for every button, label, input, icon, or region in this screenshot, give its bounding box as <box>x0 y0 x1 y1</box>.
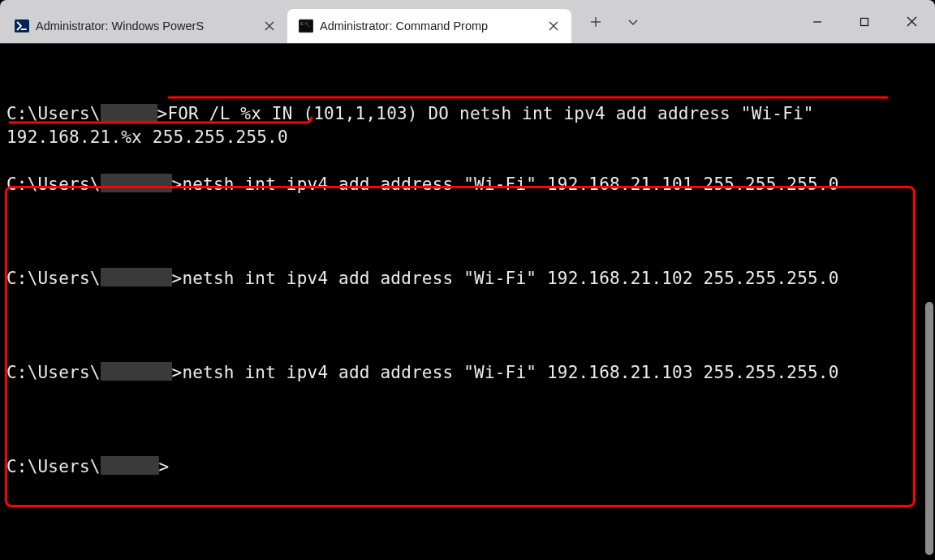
svg-rect-11 <box>861 18 868 25</box>
close-icon <box>265 21 274 31</box>
redacted-username <box>101 362 172 381</box>
terminal-content[interactable]: C:\Users\>FOR /L %x IN (101,1,103) DO ne… <box>0 44 935 560</box>
command-text-line2: 192.168.21.%x 255.255.255.0 <box>6 127 288 147</box>
scrollbar-track[interactable] <box>924 44 935 560</box>
minimize-icon <box>812 17 822 27</box>
redacted-username <box>101 268 172 286</box>
close-icon <box>907 16 917 27</box>
output-line: netsh int ipv4 add address "Wi-Fi" 192.1… <box>182 363 838 382</box>
terminal-window: Administrator: Windows PowerS C:\_ Admin… <box>0 0 935 560</box>
close-icon <box>549 21 558 31</box>
prompt-prefix: C:\Users\ <box>6 269 101 288</box>
tab-close-button[interactable] <box>544 16 563 36</box>
prompt-suffix: > <box>159 457 170 476</box>
prompt-prefix: C:\Users\ <box>6 457 101 476</box>
terminal-viewport[interactable]: C:\Users\>FOR /L %x IN (101,1,103) DO ne… <box>0 44 935 560</box>
tab-cmd[interactable]: C:\_ Administrator: Command Promp <box>287 9 571 43</box>
svg-rect-0 <box>15 19 29 32</box>
prompt-prefix: C:\Users\ <box>6 104 101 123</box>
tab-title: Administrator: Windows PowerS <box>36 19 253 32</box>
maximize-icon <box>860 17 869 27</box>
tab-title: Administrator: Command Promp <box>320 19 537 32</box>
tab-powershell[interactable]: Administrator: Windows PowerS <box>3 9 287 43</box>
output-line: netsh int ipv4 add address "Wi-Fi" 192.1… <box>182 174 838 194</box>
tab-strip: Administrator: Windows PowerS C:\_ Admin… <box>0 0 571 43</box>
command-text-line1: FOR /L %x IN (101,1,103) DO netsh int ip… <box>167 104 813 123</box>
prompt-suffix: > <box>157 104 168 123</box>
maximize-button[interactable] <box>841 0 888 43</box>
tab-dropdown-button[interactable] <box>615 6 651 38</box>
scrollbar-thumb[interactable] <box>925 302 933 555</box>
titlebar[interactable]: Administrator: Windows PowerS C:\_ Admin… <box>0 0 935 44</box>
window-controls <box>794 0 935 43</box>
redacted-username <box>101 104 157 122</box>
redacted-username <box>101 174 172 192</box>
new-tab-button[interactable] <box>578 6 614 38</box>
titlebar-drag-region[interactable] <box>651 0 794 43</box>
redacted-username <box>101 456 159 475</box>
close-window-button[interactable] <box>888 0 935 43</box>
tab-close-button[interactable] <box>260 16 279 36</box>
minimize-button[interactable] <box>794 0 841 43</box>
powershell-icon <box>15 19 29 33</box>
input-command-block: C:\Users\>FOR /L %x IN (101,1,103) DO ne… <box>6 55 929 149</box>
output-line: netsh int ipv4 add address "Wi-Fi" 192.1… <box>182 269 838 288</box>
prompt-prefix: C:\Users\ <box>6 174 101 194</box>
prompt-suffix: > <box>172 269 183 288</box>
tab-actions <box>571 0 651 43</box>
prompt-suffix: > <box>172 363 183 382</box>
prompt-prefix: C:\Users\ <box>6 363 101 382</box>
svg-text:C:\_: C:\_ <box>300 21 311 27</box>
blank-line <box>6 80 17 100</box>
prompt-suffix: > <box>172 174 183 194</box>
chevron-down-icon <box>627 16 639 28</box>
cmd-icon: C:\_ <box>299 19 313 33</box>
plus-icon <box>590 16 601 28</box>
